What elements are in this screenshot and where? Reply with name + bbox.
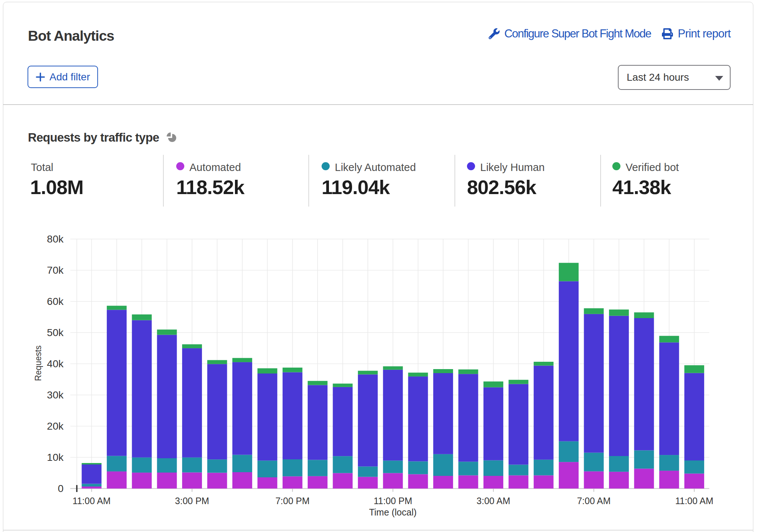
svg-text:50k: 50k	[47, 327, 64, 338]
svg-text:0: 0	[58, 483, 64, 494]
svg-text:30k: 30k	[47, 389, 64, 401]
svg-text:Requests: Requests	[33, 345, 43, 381]
svg-text:7:00 PM: 7:00 PM	[275, 496, 309, 506]
svg-text:3:00 AM: 3:00 AM	[477, 496, 510, 506]
svg-text:80k: 80k	[47, 233, 64, 245]
svg-text:60k: 60k	[47, 296, 64, 307]
svg-text:11:00 AM: 11:00 AM	[73, 496, 111, 506]
svg-text:Time (local): Time (local)	[369, 507, 417, 517]
svg-text:10k: 10k	[47, 452, 64, 463]
svg-text:40k: 40k	[47, 358, 64, 369]
svg-text:20k: 20k	[47, 420, 64, 432]
svg-text:11:00 AM: 11:00 AM	[675, 496, 713, 506]
svg-text:70k: 70k	[47, 265, 64, 276]
svg-text:7:00 AM: 7:00 AM	[577, 496, 611, 506]
svg-text:11:00 PM: 11:00 PM	[374, 496, 412, 506]
svg-text:3:00 PM: 3:00 PM	[175, 496, 209, 506]
